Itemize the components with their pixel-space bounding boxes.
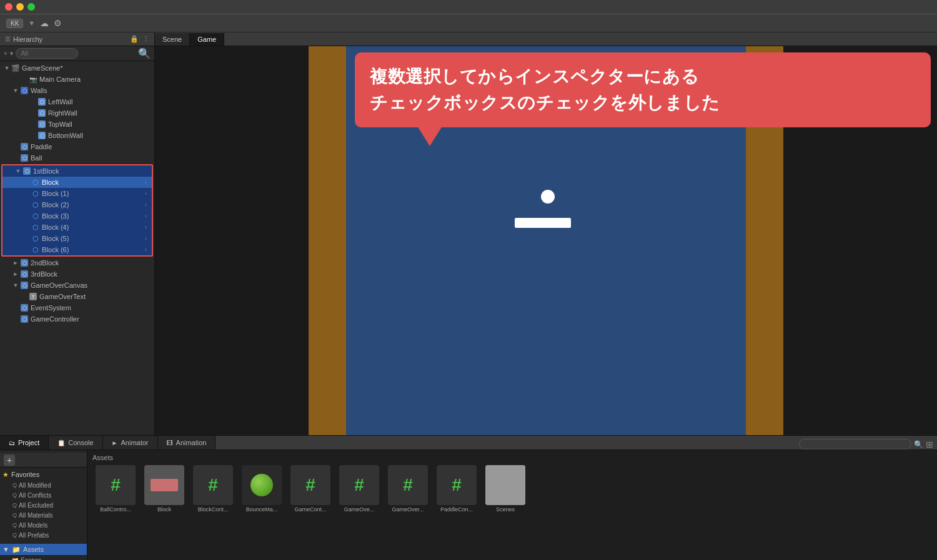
gear-icon[interactable]: ⚙ [54,18,62,28]
tree-item-3rdblock[interactable]: ► ⬡ 3rdBlock [0,268,154,280]
hierarchy-search-input[interactable] [16,48,78,59]
asset-label-blockcontrol: BlockCont... [198,506,229,513]
tree-item-walls[interactable]: ▼ ⬡ Walls [0,85,154,96]
tree-item-leftwall[interactable]: ⬡ LeftWall [0,96,154,107]
tree-item-block1[interactable]: ⬡ Block (1) › [2,188,152,199]
tab-game[interactable]: Game [190,33,224,46]
scene-area: Scene Game 複数選択してからインスペクターにある チェックボックスのチ… [155,32,937,435]
tree-item-1stblock[interactable]: ▼ ⬡ 1stBlock [2,165,152,177]
asset-gameover1[interactable]: # GameOve... [336,465,382,513]
minimize-button[interactable] [16,3,24,11]
hierarchy-lock-icon[interactable]: 🔒 [130,35,139,43]
assets-folder-header[interactable]: ▼ 📁 Assets [0,544,87,555]
tree-item-paddle[interactable]: ⬡ Paddle [0,141,154,152]
bottomwall-label: BottomWall [48,132,152,139]
asset-bouncemat[interactable]: BounceMa... [239,465,285,513]
script-icon-blockcontrol: # [208,475,218,495]
tree-item-gamecontroller[interactable]: ⬡ GameController [0,313,154,325]
tree-item-gameovertext[interactable]: T GameOverText [0,291,154,302]
tree-item-block5[interactable]: ⬡ Block (5) › [2,233,152,244]
asset-label-gamecont: GameCont... [294,506,326,513]
console-tab-icon: 📋 [57,440,65,446]
gameovertext-icon: T [29,292,37,301]
tree-item-gamescene[interactable]: ▼ 🎬 GameScene* [0,62,154,74]
fav-all-prefabs[interactable]: Q All Prefabs [0,530,87,540]
leftwall-label: LeftWall [48,98,152,106]
hierarchy-header: ☰ Hierarchy 🔒 ⋮ [0,32,154,46]
tab-project[interactable]: 🗂 Project [0,436,49,449]
scenes-folder-icon: 📁 [11,557,19,561]
fav-all-materials[interactable]: Q All Materials [0,510,87,520]
block2-arrow: › [145,202,149,208]
tree-item-block6[interactable]: ⬡ Block (6) › [2,244,152,255]
fav-all-models-label: All Models [19,522,47,529]
tree-item-block2[interactable]: ⬡ Block (2) › [2,199,152,210]
tree-item-topwall[interactable]: ⬡ TopWall [0,119,154,130]
tree-item-block4[interactable]: ⬡ Block (4) › [2,222,152,233]
project-layout-icon[interactable]: ⊞ [926,440,933,449]
tree-item-eventsystem[interactable]: ⬡ EventSystem [0,302,154,313]
tree-item-2ndblock[interactable]: ► ⬡ 2ndBlock [0,257,154,268]
project-search-input[interactable] [799,439,911,449]
fav-all-conflicts[interactable]: Q All Conflicts [0,490,87,500]
tree-item-block3[interactable]: ⬡ Block (3) › [2,210,152,222]
asset-thumb-scenes [485,465,525,505]
asset-label-paddlecon: PaddleCon... [440,506,473,513]
asset-ballcontrol[interactable]: # BallContro... [92,465,139,513]
animation-tab-icon: 🎞 [167,440,173,446]
eventsystem-icon: ⬡ [20,303,29,312]
leftwall-icon: ⬡ [37,97,46,106]
fav-all-models[interactable]: Q All Models [0,520,87,530]
wall-left [309,46,346,435]
asset-block[interactable]: Block [141,465,187,513]
tree-item-ball[interactable]: ⬡ Ball [0,152,154,164]
asset-paddlecon[interactable]: # PaddleCon... [434,465,480,513]
tree-item-block[interactable]: ⬡ Block › [2,177,152,188]
favorites-header[interactable]: ★ Favorites [0,469,87,480]
hierarchy-menu-icon[interactable]: ⋮ [142,35,149,43]
script-icon-gameover1: # [354,475,364,495]
script-icon-ballcontrol: # [111,475,121,495]
block3-arrow: › [145,213,149,219]
tree-item-main-camera[interactable]: 📷 Main Camera [0,74,154,85]
block-icon: ⬡ [31,178,40,187]
cloud-icon[interactable]: ☁ [40,18,49,28]
main-layout: ☰ Hierarchy 🔒 ⋮ + ▾ 🔍 ▼ 🎬 GameScene* [0,32,937,435]
callout-line2: チェックボックスのチェックを外しました [370,90,916,116]
asset-gameover2[interactable]: # GameOver... [385,465,431,513]
asset-gamecont[interactable]: # GameCont... [287,465,334,513]
expand-1stblock: ▼ [14,168,22,174]
tab-console[interactable]: 📋 Console [49,436,102,449]
asset-blockcontrol[interactable]: # BlockCont... [190,465,236,513]
tree-item-gameovercanvas[interactable]: ▼ ⬡ GameOverCanvas [0,280,154,291]
block5-label: Block (5) [42,235,145,242]
fav-all-materials-label: All Materials [19,512,52,519]
camera-icon: 📷 [29,75,37,84]
scenes-subfolder[interactable]: 📁 Scenes [0,555,87,560]
fav-all-modified[interactable]: Q All Modified [0,480,87,490]
gameovercanvas-icon: ⬡ [20,281,29,290]
fav-all-excluded[interactable]: Q All Excluded [0,500,87,510]
1stblock-label: 1stBlock [33,167,149,175]
tree-item-rightwall[interactable]: ⬡ RightWall [0,107,154,119]
tab-scene[interactable]: Scene [155,33,190,46]
project-search-icon: 🔍 [914,440,923,449]
block1-icon: ⬡ [31,189,40,198]
fav-all-modified-label: All Modified [19,482,51,489]
asset-scenes-folder[interactable]: Scenes [482,465,528,513]
gamecontroller-icon: ⬡ [20,315,29,323]
script-icon-gamecont: # [305,475,315,495]
tree-item-bottomwall[interactable]: ⬡ BottomWall [0,130,154,141]
close-button[interactable] [5,3,12,11]
asset-thumb-gamecont: # [290,465,330,505]
maximize-button[interactable] [27,3,35,11]
tab-animation[interactable]: 🎞 Animation [158,436,216,449]
project-tab-label: Project [18,439,39,446]
asset-label-ballcontrol: BallContro... [100,506,131,513]
account-btn[interactable]: KK [6,19,23,28]
project-add-btn[interactable]: + [4,454,15,466]
block5-arrow: › [145,235,149,242]
scene-icon: 🎬 [11,64,20,72]
favorites-section: ★ Favorites Q All Modified Q All Conflic… [0,468,87,541]
tab-animator[interactable]: ► Animator [103,436,158,449]
